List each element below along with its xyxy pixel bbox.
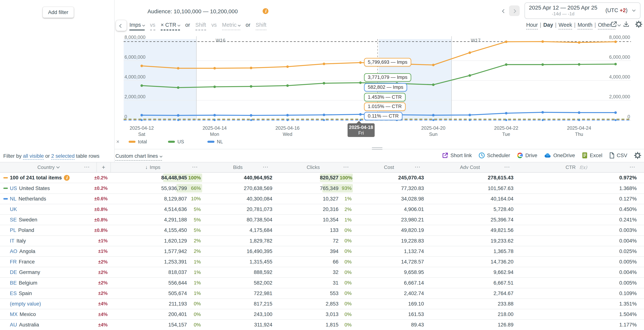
country-code-link[interactable]: IT <box>10 238 14 244</box>
country-name: Italy <box>16 238 26 244</box>
filter-selected-link[interactable]: 2 selected <box>51 153 74 160</box>
export-drive[interactable]: Drive <box>517 152 537 159</box>
metric-token-imps[interactable]: Imps <box>129 22 145 31</box>
country-code-link[interactable]: SE <box>10 217 17 223</box>
table-row[interactable]: PL Poland ±0.8% 4,155,450 5% 4,175,684 1… <box>0 225 644 236</box>
date-next-button[interactable] <box>509 6 520 16</box>
date-prev-button[interactable] <box>500 7 508 15</box>
imps-cell: 505,674 1% <box>108 288 202 298</box>
audience-info-icon[interactable]: i <box>263 8 268 14</box>
country-code-link[interactable]: UK <box>10 206 17 212</box>
table-row[interactable]: AO Angola ±1% 1,577,942 2% 16,490,395 39… <box>0 246 644 257</box>
granularity-day[interactable]: Day <box>543 22 553 29</box>
country-code-link[interactable]: US <box>10 185 17 191</box>
error-margin: ±4% <box>91 312 108 317</box>
legend-item-NL[interactable]: NL <box>208 139 240 144</box>
column-menu-icon[interactable]: ··· <box>630 164 636 170</box>
time-series-chart[interactable]: 002,000,0002,000,0004,000,0004,000,0006,… <box>114 36 644 147</box>
country-code-link[interactable]: MX <box>10 311 18 317</box>
export-scheduler[interactable]: Scheduler <box>478 152 510 159</box>
metric-token-vs[interactable]: vs <box>150 22 156 31</box>
column-header-imps[interactable]: ↓Imps ··· <box>104 162 202 172</box>
error-margin: ±2% <box>91 270 108 275</box>
table-row[interactable]: NL Netherlands ±0.6% 8,129,807 10% 40,30… <box>0 194 644 204</box>
y-axis-label-left: 2,000,000 <box>124 94 146 99</box>
metric-token-vs[interactable]: vs <box>211 22 217 30</box>
x-axis-label: 2025-04-14Mon <box>196 125 233 137</box>
date-range-picker[interactable]: 2025 Apr 12 — 2025 Apr 25 -14d — -1d (UT… <box>524 3 640 19</box>
table-row[interactable]: FR France ±2% 1,253,391 1% 1,315,455 66 … <box>0 257 644 267</box>
column-menu-icon[interactable]: ··· <box>504 164 510 170</box>
clicks-cell: 10,327 1% <box>274 194 353 204</box>
country-code-link[interactable]: BE <box>10 280 17 286</box>
clicks-value: 10,327 <box>274 196 340 202</box>
granularity-hour[interactable]: Hour <box>526 22 538 30</box>
column-header-clicks[interactable]: Clicks ··· <box>274 162 353 172</box>
column-menu-icon[interactable]: ··· <box>344 164 349 170</box>
filter-all-visible-link[interactable]: all visible <box>23 153 44 160</box>
column-header-bids[interactable]: Bids ··· <box>202 162 274 172</box>
column-menu-icon[interactable]: ··· <box>263 164 268 170</box>
country-code-link[interactable]: AU <box>10 322 17 328</box>
table-body: 100 of 241 total items i ±0.2% 84,448,94… <box>0 173 644 330</box>
clicks-cell: 820,527 100% <box>274 173 353 183</box>
metric-token-ctr[interactable]: × CTR <box>161 22 180 31</box>
legend-swatch <box>128 141 136 143</box>
granularity-month[interactable]: Month <box>578 22 592 30</box>
column-header-adv-cost[interactable]: Adv Cost ··· <box>425 162 515 172</box>
country-code-link[interactable]: DE <box>10 269 17 275</box>
open-in-new-icon[interactable] <box>610 21 617 28</box>
metric-token-shift[interactable]: Shift <box>256 22 266 31</box>
export-excel[interactable]: Excel <box>582 152 602 159</box>
bids-value: 582,002 <box>202 280 274 286</box>
column-header-cost[interactable]: Cost ··· <box>353 162 425 172</box>
column-menu-icon[interactable]: ··· <box>84 164 90 170</box>
table-row[interactable]: (empty value) ±4% 211,193 0% 817,215 2,8… <box>0 299 644 309</box>
table-row[interactable]: ES Spain ±2% 505,674 1% 722,981 553 0% 2… <box>0 288 644 299</box>
table-row[interactable]: IT Italy ±1% 1,620,129 2% 1,829,782 72 0… <box>0 236 644 246</box>
country-code-link[interactable]: ES <box>10 290 17 296</box>
column-header-ctr[interactable]: CTRf(x) ··· <box>515 162 638 172</box>
country-code-link[interactable]: NL <box>10 196 16 202</box>
metric-token-shift[interactable]: Shift <box>196 22 206 31</box>
table-row[interactable]: MX Mexico ±4% 200,401 0% 243,100 3,013 0… <box>0 309 644 320</box>
imps-percent: 2% <box>188 248 202 254</box>
custom-chart-lines-dropdown[interactable]: Custom chart lines <box>115 153 162 161</box>
gear-icon[interactable] <box>634 152 642 159</box>
column-header-country[interactable]: Country ··· <box>0 162 96 172</box>
resize-drag-handle[interactable] <box>372 147 382 151</box>
y-axis-label-right: 8,000,000 <box>600 35 630 40</box>
country-code-link[interactable]: PL <box>10 227 16 233</box>
row-info-icon[interactable]: i <box>64 175 70 181</box>
legend-close-icon[interactable]: × <box>116 139 122 145</box>
table-row[interactable]: 100 of 241 total items i ±0.2% 84,448,94… <box>0 173 644 183</box>
column-menu-icon[interactable]: ··· <box>415 164 421 170</box>
table-row[interactable]: SE Sweden ±0.8% 4,291,188 5% 80,738,504 … <box>0 215 644 225</box>
export-short-link[interactable]: Short link <box>442 152 472 159</box>
metric-token-metric[interactable]: Metric <box>222 22 240 31</box>
export-csv[interactable]: CSV <box>609 152 627 159</box>
table-row[interactable]: US United States ±0.2% 55,936,799 66% 27… <box>0 183 644 194</box>
legend-item-US[interactable]: US <box>168 139 201 144</box>
table-row[interactable]: UK ±0.8% 4,514,636 5% 20,781,073 20,316 … <box>0 204 644 215</box>
add-filter-button[interactable]: Add filter <box>43 7 74 18</box>
country-code-link[interactable]: FR <box>10 259 17 265</box>
metric-token-or[interactable]: or <box>246 22 250 30</box>
download-icon[interactable] <box>623 21 630 28</box>
table-row[interactable]: BE Belgium ±2% 556,644 1% 582,002 31 0% … <box>0 278 644 288</box>
export-onedrive[interactable]: OneDrive <box>544 152 575 159</box>
metric-token-or[interactable]: or <box>185 22 190 30</box>
table-row[interactable]: AU Australia ±4% 154,157 0% 311,924 1,81… <box>0 320 644 330</box>
legend-item-total[interactable]: total <box>128 139 162 144</box>
country-code-link[interactable]: AO <box>10 248 17 254</box>
country-cell: IT Italy <box>0 238 91 244</box>
gear-icon[interactable] <box>635 21 642 28</box>
country-cell: PL Poland <box>0 227 91 233</box>
country-table: Country ··· + ↓Imps ··· Bids ··· Clicks … <box>0 162 644 330</box>
chart-back-button[interactable] <box>116 20 126 31</box>
error-margin: ±2% <box>91 259 108 265</box>
granularity-week[interactable]: Week <box>558 22 572 30</box>
column-menu-icon[interactable]: ··· <box>192 164 198 170</box>
clicks-percent: 1% <box>340 217 353 223</box>
table-row[interactable]: DE Germany ±2% 818,037 1% 888,592 32 0% … <box>0 267 644 278</box>
